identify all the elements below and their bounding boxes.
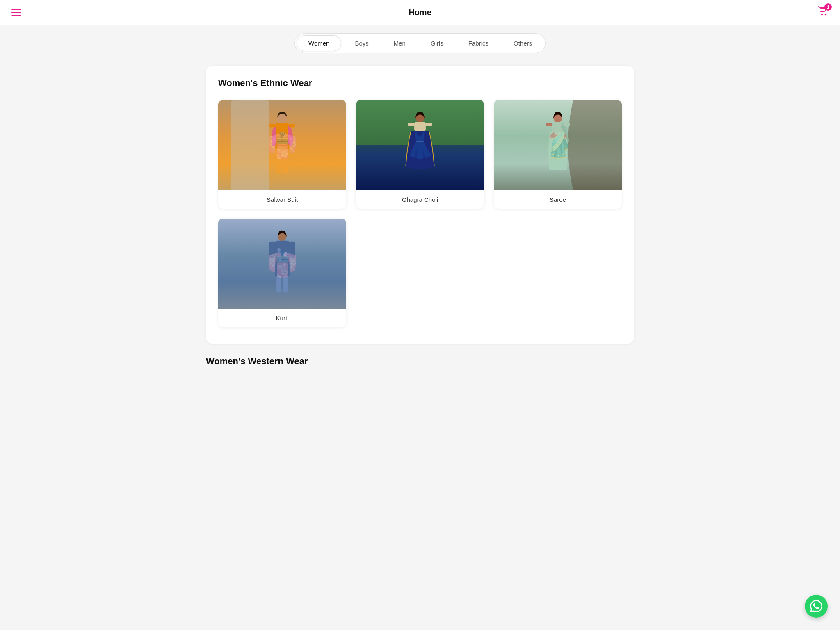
- svg-rect-1: [275, 123, 289, 150]
- cart-badge: 1: [824, 3, 832, 11]
- page-title: Home: [409, 8, 431, 17]
- kurti-visual: [218, 219, 346, 309]
- tab-divider-3: [418, 39, 418, 48]
- tab-fabrics[interactable]: Fabrics: [457, 36, 500, 51]
- ghagra-person-svg: [375, 109, 465, 190]
- kurti-person-svg: [237, 228, 327, 309]
- saree-image: [494, 100, 622, 190]
- salwar-suit-label: Salwar Suit: [218, 190, 346, 209]
- ghagra-choli-image: [356, 100, 484, 190]
- kurti-label: Kurti: [218, 309, 346, 327]
- svg-rect-23: [283, 276, 288, 293]
- main-content: Women's Ethnic Wear: [194, 62, 646, 387]
- menu-button[interactable]: [11, 9, 21, 16]
- svg-rect-7: [414, 122, 426, 131]
- western-wear-title: Women's Western Wear: [206, 356, 634, 371]
- ethnic-wear-section: Women's Ethnic Wear: [206, 66, 634, 344]
- header: Home 1: [0, 0, 840, 25]
- svg-point-19: [283, 262, 286, 266]
- tab-women[interactable]: Women: [297, 35, 341, 51]
- kurti-image: [218, 219, 346, 309]
- svg-rect-22: [276, 276, 281, 293]
- tab-girls[interactable]: Girls: [419, 36, 455, 51]
- tab-divider-5: [501, 39, 501, 48]
- svg-rect-3: [289, 124, 295, 128]
- svg-point-17: [284, 252, 287, 256]
- svg-rect-15: [275, 241, 290, 277]
- svg-point-18: [279, 258, 281, 261]
- tab-divider-4: [456, 39, 456, 48]
- saree-label: Saree: [494, 190, 622, 209]
- tabs-container: Women Boys Men Girls Fabrics Others: [0, 25, 840, 62]
- salwar-person-svg: [237, 109, 327, 190]
- svg-rect-9: [425, 123, 432, 126]
- saree-person-svg: [513, 109, 603, 190]
- ethnic-wear-grid: Salwar Suit: [218, 100, 622, 209]
- product-card-salwar-suit[interactable]: Salwar Suit: [218, 100, 346, 209]
- ethnic-wear-title: Women's Ethnic Wear: [218, 78, 622, 89]
- svg-rect-12: [546, 123, 552, 126]
- salwar-suit-image: [218, 100, 346, 190]
- product-card-ghagra-choli[interactable]: Ghagra Choli: [356, 100, 484, 209]
- saree-visual: [494, 100, 622, 190]
- whatsapp-button[interactable]: [805, 595, 828, 618]
- ethnic-wear-grid-row2: Kurti: [218, 219, 622, 327]
- svg-rect-5: [283, 149, 288, 173]
- tab-others[interactable]: Others: [502, 36, 543, 51]
- svg-point-16: [277, 248, 281, 252]
- tab-divider-1: [342, 39, 342, 48]
- svg-rect-20: [269, 242, 275, 258]
- ghagra-visual: [356, 100, 484, 190]
- category-tabs: Women Boys Men Girls Fabrics Others: [294, 33, 546, 53]
- cart-button[interactable]: 1: [817, 6, 829, 19]
- salwar-suit-visual: [218, 100, 346, 190]
- svg-rect-13: [563, 123, 570, 126]
- product-card-saree[interactable]: Saree: [494, 100, 622, 209]
- product-card-kurti[interactable]: Kurti: [218, 219, 346, 327]
- tab-divider-2: [381, 39, 381, 48]
- tab-men[interactable]: Men: [382, 36, 417, 51]
- svg-rect-4: [276, 149, 281, 173]
- svg-rect-8: [408, 123, 415, 126]
- svg-rect-2: [269, 124, 276, 128]
- western-wear-section-preview: Women's Western Wear: [206, 352, 634, 371]
- svg-rect-21: [289, 242, 295, 258]
- tab-boys[interactable]: Boys: [343, 36, 380, 51]
- whatsapp-icon: [810, 600, 822, 612]
- ghagra-choli-label: Ghagra Choli: [356, 190, 484, 209]
